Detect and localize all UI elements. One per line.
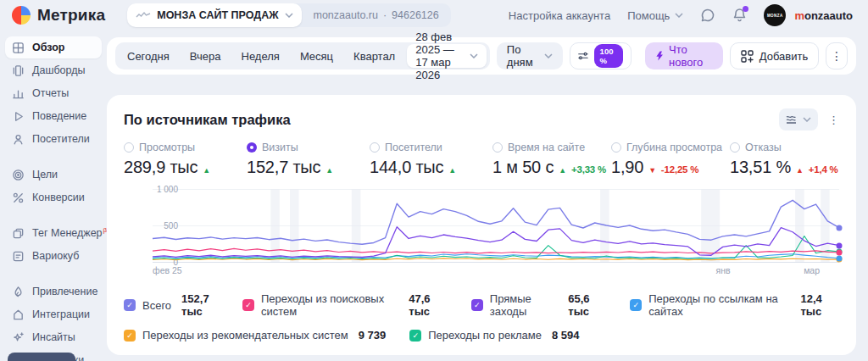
series-end-dot xyxy=(837,225,843,230)
sidebar-item-dashboards[interactable]: Дашборды xyxy=(5,59,102,81)
legend-checkbox[interactable]: ✓ xyxy=(124,299,136,311)
legend-item[interactable]: ✓Переходы из поисковых систем47,6 тыс xyxy=(242,292,448,318)
counter-domain[interactable]: monzaauto.ru xyxy=(314,9,378,21)
metric-radio[interactable] xyxy=(370,142,380,153)
legend-checkbox[interactable]: ✓ xyxy=(471,299,483,311)
legend-checkbox[interactable]: ✓ xyxy=(630,299,642,311)
sampling-control[interactable]: 100 % xyxy=(570,42,632,69)
metric-value: 289,9 тыс xyxy=(124,158,198,177)
sidebar-item-conversions[interactable]: Конверсии xyxy=(5,186,102,208)
metric-value: 152,7 тыс xyxy=(247,158,320,177)
legend-label: Переходы из поисковых систем xyxy=(261,292,398,318)
whats-new-button[interactable]: Что нового xyxy=(645,42,723,69)
sidebar-item-variocube[interactable]: Вариокуб xyxy=(5,245,102,267)
series-end-dot xyxy=(837,255,843,261)
date-range-value: 28 фев 2025 — 17 мар 2026 xyxy=(415,31,463,81)
legend-value: 65,6 тыс xyxy=(568,292,606,318)
sidebar-item-insights[interactable]: Инсайты xyxy=(5,326,102,348)
chart-zone: 1 0005000 фев 25янвмар xyxy=(124,189,839,279)
metric-визиты[interactable]: Визиты 152,7 тыс▲ xyxy=(247,142,370,177)
legend-label: Переходы по рекламе xyxy=(428,329,542,342)
preset-неделя[interactable]: Неделя xyxy=(231,44,290,68)
metric-просмотры[interactable]: Просмотры 289,9 тыс▲ xyxy=(124,142,247,177)
notifications-button[interactable] xyxy=(732,8,747,23)
avatar[interactable]: MONZA xyxy=(764,4,786,26)
metrica-logo-text: Метрика xyxy=(37,6,105,25)
metric-время-на-сайте[interactable]: Время на сайте 1 м 50 с▲+3,33 % xyxy=(492,142,611,177)
chevron-down-icon xyxy=(544,53,553,58)
trend-up-icon: ▲ xyxy=(326,166,333,175)
metric-посетители[interactable]: Посетители 144,0 тыс▲ xyxy=(370,142,492,177)
chat-button[interactable] xyxy=(700,8,715,23)
legend-checkbox[interactable]: ✓ xyxy=(124,330,136,342)
sidebar-item-overview[interactable]: Обзор xyxy=(5,36,102,58)
metric-radio[interactable] xyxy=(247,142,257,153)
legend-item[interactable]: ✓Переходы из рекомендательных систем9 73… xyxy=(124,329,386,342)
metric-label: Глубина просмотра xyxy=(626,142,722,153)
trend-up-icon: ▲ xyxy=(796,166,804,175)
legend-item[interactable]: ✓Всего152,7 тыс xyxy=(124,292,219,318)
preset-сегодня[interactable]: Сегодня xyxy=(117,44,180,68)
metric-radio[interactable] xyxy=(492,142,503,153)
notification-dot xyxy=(743,6,748,12)
chevron-down-icon xyxy=(470,53,478,58)
account-settings-link[interactable]: Настройка аккаунта xyxy=(509,9,610,22)
sidebar-section-gap xyxy=(0,209,107,221)
legend-checkbox[interactable]: ✓ xyxy=(242,299,254,311)
legend-item[interactable]: ✓Прямые заходы65,6 тыс xyxy=(471,292,606,318)
x-axis-tick: мар xyxy=(804,265,820,275)
sidebar-item-visitors[interactable]: Посетители xyxy=(5,128,102,150)
counter-id: 94626126 xyxy=(392,9,439,21)
trend-up-icon: ▲ xyxy=(448,166,456,175)
metric-radio[interactable] xyxy=(611,142,621,153)
behavior-icon xyxy=(11,110,25,123)
card-menu-button[interactable]: ⋮ xyxy=(828,114,839,126)
preset-квартал[interactable]: Квартал xyxy=(343,44,405,68)
counter-selector[interactable]: МОНЗА САЙТ ПРОДАЖ xyxy=(127,3,301,27)
sidebar-item-label: Интеграции xyxy=(32,308,90,320)
reports-icon xyxy=(11,87,25,100)
sidebar-section-gap xyxy=(0,151,107,163)
legend-checkbox[interactable]: ✓ xyxy=(409,330,421,342)
sidebar-item-reports[interactable]: Отчеты xyxy=(5,82,102,104)
sidebar-item-tag-manager[interactable]: Тег Менеджерβ xyxy=(5,222,102,244)
x-axis-tick: янв xyxy=(716,265,731,275)
sidebar-promo-card[interactable] xyxy=(8,353,75,361)
metric-radio[interactable] xyxy=(124,142,134,153)
visitors-icon xyxy=(11,133,25,146)
toolbar-menu-button[interactable]: ⋮ xyxy=(826,42,848,69)
preset-вчера[interactable]: Вчера xyxy=(180,44,231,68)
preset-месяц[interactable]: Месяц xyxy=(290,44,343,68)
metrica-logo[interactable]: Метрика xyxy=(12,6,105,25)
username[interactable]: monzaauto xyxy=(794,9,853,22)
metrica-logo-icon xyxy=(12,6,31,25)
legend-item[interactable]: ✓Переходы по рекламе8 594 xyxy=(409,329,579,342)
granularity-select[interactable]: По дням xyxy=(497,42,563,69)
metric-глубина-просмотра[interactable]: Глубина просмотра 1,90▼-12,25 % xyxy=(611,142,730,177)
sidebar-item-behavior[interactable]: Поведение xyxy=(5,105,102,127)
sidebar-item-label: Посетители xyxy=(32,133,90,145)
metric-value: 1,90 xyxy=(611,158,643,177)
sidebar-item-integrations[interactable]: Интеграции xyxy=(5,303,102,325)
help-menu[interactable]: Помощь xyxy=(627,9,683,22)
sidebar-item-attraction[interactable]: Привлечение xyxy=(5,280,102,303)
traffic-chart[interactable]: 1 0005000 xyxy=(153,189,839,262)
date-range-picker[interactable]: 28 фев 2025 — 17 мар 2026 xyxy=(407,44,487,68)
lightning-icon xyxy=(656,50,664,62)
legend-value: 12,4 тыс xyxy=(800,292,839,318)
chart-type-select[interactable] xyxy=(779,108,818,131)
metric-label: Отказы xyxy=(745,142,782,153)
add-widget-button[interactable]: Добавить xyxy=(730,42,819,69)
overview-icon xyxy=(11,42,25,54)
sidebar: ОбзорДашбордыОтчетыПоведениеПосетителиЦе… xyxy=(0,31,107,361)
sidebar-item-goals[interactable]: Цели xyxy=(5,164,102,186)
counter-meta: monzaauto.ru · 94626126 xyxy=(302,9,451,21)
legend-item[interactable]: ✓Переходы по ссылкам на сайтах12,4 тыс xyxy=(630,292,839,318)
metric-radio[interactable] xyxy=(730,142,740,153)
gridline xyxy=(153,262,839,263)
legend-label: Переходы из рекомендательных систем xyxy=(142,329,348,342)
kebab-icon: ⋮ xyxy=(831,49,843,63)
metric-отказы[interactable]: Отказы 13,51 %▲+1,4 % xyxy=(730,142,838,177)
integrations-icon xyxy=(11,308,25,321)
wavy-lines-icon xyxy=(786,114,798,125)
